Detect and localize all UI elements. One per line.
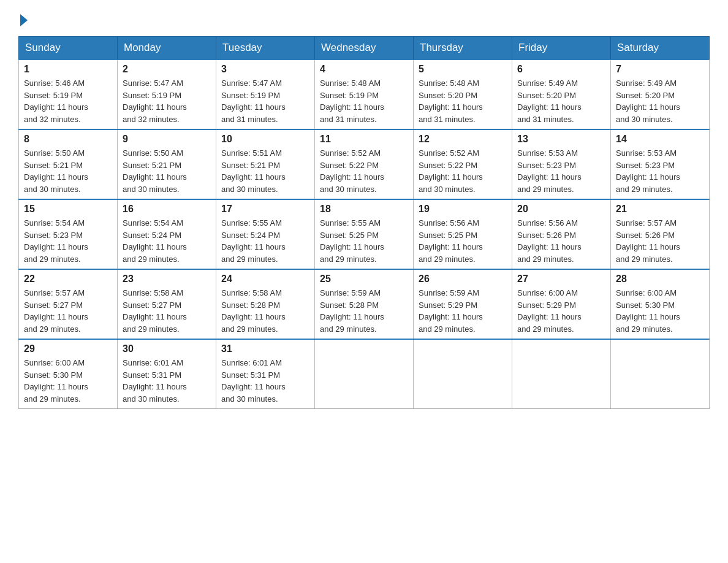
calendar-cell: 22 Sunrise: 5:57 AMSunset: 5:27 PMDaylig… xyxy=(19,269,118,339)
day-number: 12 xyxy=(419,134,507,145)
weekday-header-thursday: Thursday xyxy=(414,37,512,60)
day-info: Sunrise: 6:00 AMSunset: 5:30 PMDaylight:… xyxy=(616,287,704,335)
day-number: 3 xyxy=(221,64,309,75)
calendar-cell: 9 Sunrise: 5:50 AMSunset: 5:21 PMDayligh… xyxy=(118,129,216,199)
week-row-1: 1 Sunrise: 5:46 AMSunset: 5:19 PMDayligh… xyxy=(19,59,710,129)
weekday-header-friday: Friday xyxy=(512,37,611,60)
calendar-cell xyxy=(611,339,710,409)
calendar-cell: 20 Sunrise: 5:56 AMSunset: 5:26 PMDaylig… xyxy=(512,199,611,269)
day-number: 5 xyxy=(419,64,507,75)
day-info: Sunrise: 5:54 AMSunset: 5:23 PMDaylight:… xyxy=(24,217,112,265)
day-number: 9 xyxy=(123,134,211,145)
calendar-cell: 21 Sunrise: 5:57 AMSunset: 5:26 PMDaylig… xyxy=(611,199,710,269)
day-info: Sunrise: 5:53 AMSunset: 5:23 PMDaylight:… xyxy=(616,147,704,195)
logo xyxy=(18,12,28,26)
calendar-cell: 18 Sunrise: 5:55 AMSunset: 5:25 PMDaylig… xyxy=(315,199,414,269)
day-number: 26 xyxy=(419,274,507,285)
day-info: Sunrise: 5:50 AMSunset: 5:21 PMDaylight:… xyxy=(123,147,211,195)
day-number: 31 xyxy=(221,343,309,354)
day-info: Sunrise: 5:51 AMSunset: 5:21 PMDaylight:… xyxy=(221,147,309,195)
page-header xyxy=(18,12,710,26)
calendar-cell: 15 Sunrise: 5:54 AMSunset: 5:23 PMDaylig… xyxy=(19,199,118,269)
day-info: Sunrise: 5:47 AMSunset: 5:19 PMDaylight:… xyxy=(221,77,309,125)
calendar-cell: 16 Sunrise: 5:54 AMSunset: 5:24 PMDaylig… xyxy=(118,199,216,269)
logo-arrow-icon xyxy=(20,14,28,26)
calendar-cell: 19 Sunrise: 5:56 AMSunset: 5:25 PMDaylig… xyxy=(414,199,512,269)
day-info: Sunrise: 5:54 AMSunset: 5:24 PMDaylight:… xyxy=(123,217,211,265)
day-number: 8 xyxy=(24,134,112,145)
day-info: Sunrise: 5:55 AMSunset: 5:24 PMDaylight:… xyxy=(221,217,309,265)
week-row-4: 22 Sunrise: 5:57 AMSunset: 5:27 PMDaylig… xyxy=(19,269,710,339)
calendar-cell: 10 Sunrise: 5:51 AMSunset: 5:21 PMDaylig… xyxy=(216,129,315,199)
day-number: 15 xyxy=(24,204,112,215)
day-number: 29 xyxy=(24,343,112,354)
day-info: Sunrise: 5:49 AMSunset: 5:20 PMDaylight:… xyxy=(517,77,605,125)
day-info: Sunrise: 5:59 AMSunset: 5:28 PMDaylight:… xyxy=(320,287,408,335)
day-info: Sunrise: 5:50 AMSunset: 5:21 PMDaylight:… xyxy=(24,147,112,195)
day-number: 10 xyxy=(221,134,309,145)
day-number: 25 xyxy=(320,274,408,285)
day-info: Sunrise: 5:49 AMSunset: 5:20 PMDaylight:… xyxy=(616,77,704,125)
day-info: Sunrise: 5:46 AMSunset: 5:19 PMDaylight:… xyxy=(24,77,112,125)
weekday-header-row: SundayMondayTuesdayWednesdayThursdayFrid… xyxy=(19,37,710,60)
day-info: Sunrise: 5:47 AMSunset: 5:19 PMDaylight:… xyxy=(123,77,211,125)
day-number: 2 xyxy=(123,64,211,75)
calendar-cell: 31 Sunrise: 6:01 AMSunset: 5:31 PMDaylig… xyxy=(216,339,315,409)
day-info: Sunrise: 6:01 AMSunset: 5:31 PMDaylight:… xyxy=(221,357,309,405)
calendar-cell: 13 Sunrise: 5:53 AMSunset: 5:23 PMDaylig… xyxy=(512,129,611,199)
day-info: Sunrise: 5:52 AMSunset: 5:22 PMDaylight:… xyxy=(320,147,408,195)
calendar-cell: 6 Sunrise: 5:49 AMSunset: 5:20 PMDayligh… xyxy=(512,59,611,129)
calendar-cell: 12 Sunrise: 5:52 AMSunset: 5:22 PMDaylig… xyxy=(414,129,512,199)
day-info: Sunrise: 5:55 AMSunset: 5:25 PMDaylight:… xyxy=(320,217,408,265)
calendar-cell: 30 Sunrise: 6:01 AMSunset: 5:31 PMDaylig… xyxy=(118,339,216,409)
calendar-cell: 14 Sunrise: 5:53 AMSunset: 5:23 PMDaylig… xyxy=(611,129,710,199)
weekday-header-saturday: Saturday xyxy=(611,37,710,60)
day-info: Sunrise: 5:48 AMSunset: 5:19 PMDaylight:… xyxy=(320,77,408,125)
week-row-3: 15 Sunrise: 5:54 AMSunset: 5:23 PMDaylig… xyxy=(19,199,710,269)
weekday-header-monday: Monday xyxy=(118,37,216,60)
weekday-header-sunday: Sunday xyxy=(19,37,118,60)
calendar-cell: 11 Sunrise: 5:52 AMSunset: 5:22 PMDaylig… xyxy=(315,129,414,199)
calendar-cell: 27 Sunrise: 6:00 AMSunset: 5:29 PMDaylig… xyxy=(512,269,611,339)
weekday-header-wednesday: Wednesday xyxy=(315,37,414,60)
day-number: 21 xyxy=(616,204,704,215)
day-number: 18 xyxy=(320,204,408,215)
calendar-cell: 1 Sunrise: 5:46 AMSunset: 5:19 PMDayligh… xyxy=(19,59,118,129)
day-number: 7 xyxy=(616,64,704,75)
day-number: 13 xyxy=(517,134,605,145)
day-info: Sunrise: 5:58 AMSunset: 5:27 PMDaylight:… xyxy=(123,287,211,335)
week-row-2: 8 Sunrise: 5:50 AMSunset: 5:21 PMDayligh… xyxy=(19,129,710,199)
day-number: 23 xyxy=(123,274,211,285)
day-info: Sunrise: 6:00 AMSunset: 5:30 PMDaylight:… xyxy=(24,357,112,405)
day-number: 1 xyxy=(24,64,112,75)
calendar-cell: 28 Sunrise: 6:00 AMSunset: 5:30 PMDaylig… xyxy=(611,269,710,339)
calendar-cell xyxy=(512,339,611,409)
day-number: 30 xyxy=(123,343,211,354)
calendar-cell: 5 Sunrise: 5:48 AMSunset: 5:20 PMDayligh… xyxy=(414,59,512,129)
calendar-cell: 7 Sunrise: 5:49 AMSunset: 5:20 PMDayligh… xyxy=(611,59,710,129)
calendar-table: SundayMondayTuesdayWednesdayThursdayFrid… xyxy=(18,36,710,409)
week-row-5: 29 Sunrise: 6:00 AMSunset: 5:30 PMDaylig… xyxy=(19,339,710,409)
calendar-cell xyxy=(414,339,512,409)
day-info: Sunrise: 6:01 AMSunset: 5:31 PMDaylight:… xyxy=(123,357,211,405)
day-info: Sunrise: 5:59 AMSunset: 5:29 PMDaylight:… xyxy=(419,287,507,335)
day-info: Sunrise: 5:53 AMSunset: 5:23 PMDaylight:… xyxy=(517,147,605,195)
calendar-cell: 3 Sunrise: 5:47 AMSunset: 5:19 PMDayligh… xyxy=(216,59,315,129)
calendar-cell: 29 Sunrise: 6:00 AMSunset: 5:30 PMDaylig… xyxy=(19,339,118,409)
calendar-cell: 2 Sunrise: 5:47 AMSunset: 5:19 PMDayligh… xyxy=(118,59,216,129)
calendar-cell: 24 Sunrise: 5:58 AMSunset: 5:28 PMDaylig… xyxy=(216,269,315,339)
day-number: 19 xyxy=(419,204,507,215)
calendar-cell: 8 Sunrise: 5:50 AMSunset: 5:21 PMDayligh… xyxy=(19,129,118,199)
day-number: 14 xyxy=(616,134,704,145)
day-number: 20 xyxy=(517,204,605,215)
calendar-cell: 4 Sunrise: 5:48 AMSunset: 5:19 PMDayligh… xyxy=(315,59,414,129)
day-number: 17 xyxy=(221,204,309,215)
calendar-cell xyxy=(315,339,414,409)
weekday-header-tuesday: Tuesday xyxy=(216,37,315,60)
day-info: Sunrise: 6:00 AMSunset: 5:29 PMDaylight:… xyxy=(517,287,605,335)
calendar-cell: 25 Sunrise: 5:59 AMSunset: 5:28 PMDaylig… xyxy=(315,269,414,339)
day-info: Sunrise: 5:48 AMSunset: 5:20 PMDaylight:… xyxy=(419,77,507,125)
day-info: Sunrise: 5:58 AMSunset: 5:28 PMDaylight:… xyxy=(221,287,309,335)
calendar-cell: 17 Sunrise: 5:55 AMSunset: 5:24 PMDaylig… xyxy=(216,199,315,269)
day-number: 4 xyxy=(320,64,408,75)
